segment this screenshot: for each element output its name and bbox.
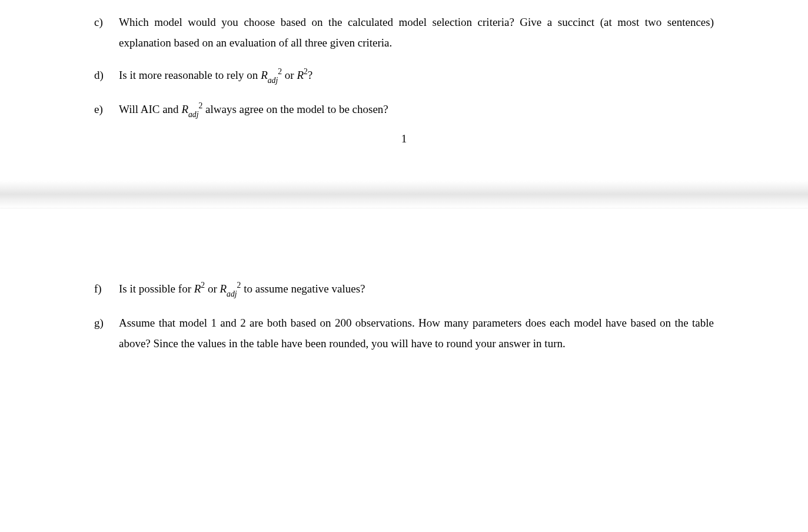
math-sup-2: 2 <box>304 67 308 76</box>
text-prefix: Is it more reasonable to rely on <box>119 69 261 82</box>
text-suffix: to assume negative values? <box>241 282 365 295</box>
question-item-f: f) Is it possible for R2 or Radj2 to ass… <box>94 278 714 300</box>
question-item-c: c) Which model would you choose based on… <box>94 12 714 53</box>
math-sub-adj: adj <box>227 290 237 298</box>
text-prefix: Will AIC and <box>119 103 181 115</box>
text-suffix: always agree on the model to be chosen? <box>202 103 388 115</box>
math-R: R <box>297 69 304 82</box>
item-marker: f) <box>94 278 119 299</box>
page-break <box>0 181 808 208</box>
question-item-d: d) Is it more reasonable to rely on Radj… <box>94 65 714 87</box>
text-suffix: ? <box>308 69 312 82</box>
question-item-e: e) Will AIC and Radj2 always agree on th… <box>94 99 714 121</box>
text-or: or <box>282 69 297 82</box>
item-text: Is it more reasonable to rely on Radj2 o… <box>119 65 714 87</box>
page-number: 1 <box>94 132 714 145</box>
item-marker: d) <box>94 65 119 85</box>
item-marker: g) <box>94 312 119 333</box>
math-sup-2: 2 <box>201 281 205 290</box>
question-list-top: c) Which model would you choose based on… <box>94 12 714 121</box>
math-R: R <box>220 282 227 295</box>
bottom-spacer <box>0 377 808 532</box>
item-marker: e) <box>94 99 119 119</box>
math-R: R <box>261 69 268 82</box>
text-or: or <box>205 282 220 295</box>
math-sup-2: 2 <box>278 67 282 76</box>
math-R: R <box>194 282 201 295</box>
question-item-g: g) Assume that model 1 and 2 are both ba… <box>94 312 714 354</box>
item-text: Will AIC and Radj2 always agree on the m… <box>119 99 714 121</box>
math-sup-2: 2 <box>237 281 241 290</box>
page-bottom: f) Is it possible for R2 or Radj2 to ass… <box>0 267 808 377</box>
math-R: R <box>181 103 188 115</box>
item-text: Assume that model 1 and 2 are both based… <box>119 312 714 354</box>
page-top: c) Which model would you choose based on… <box>0 0 808 175</box>
math-sub-adj: adj <box>188 110 198 119</box>
math-sub-adj: adj <box>268 76 278 85</box>
question-list-bottom: f) Is it possible for R2 or Radj2 to ass… <box>94 278 714 354</box>
item-text: Which model would you choose based on th… <box>119 12 714 53</box>
item-marker: c) <box>94 12 119 32</box>
math-sup-2: 2 <box>198 101 202 110</box>
text-prefix: Is it possible for <box>119 282 194 295</box>
item-text: Is it possible for R2 or Radj2 to assume… <box>119 278 714 300</box>
